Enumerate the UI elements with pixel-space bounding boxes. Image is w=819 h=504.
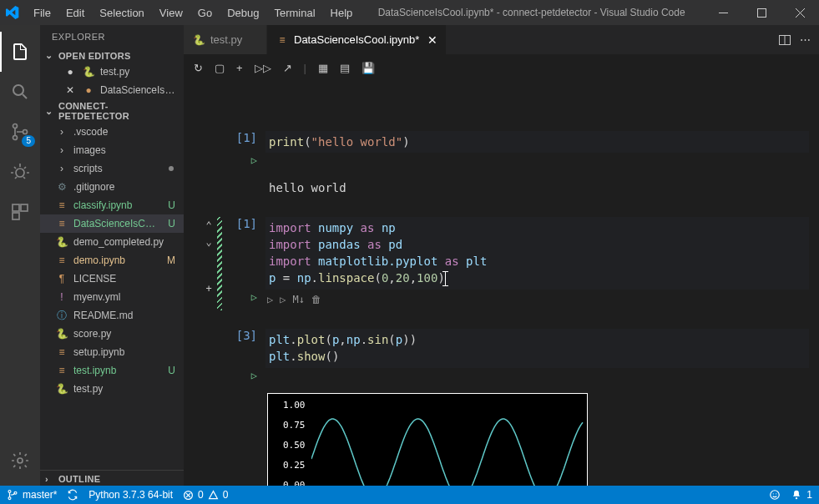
run-cell-icon[interactable]: ▷: [251, 291, 257, 303]
window-title: DataScienceIsCool.ipynb* - connect-petde…: [359, 7, 704, 18]
tab-test-py[interactable]: 🐍 test.py: [184, 25, 267, 54]
code-block[interactable]: print("hello world"): [265, 131, 809, 153]
folder-item[interactable]: ›.vscode: [40, 123, 184, 141]
editor-body[interactable]: [1]print("hello world")▷hello world⌃⌄+[1…: [184, 81, 819, 486]
menu-edit[interactable]: Edit: [59, 3, 91, 23]
file-item[interactable]: ≡test.ipynbU: [40, 361, 184, 380]
file-item[interactable]: ≡classify.ipynbU: [40, 196, 184, 214]
split-editor-icon[interactable]: [778, 33, 791, 47]
menu-help[interactable]: Help: [324, 3, 360, 23]
table-icon[interactable]: ▤: [340, 62, 350, 74]
interrupt-icon[interactable]: ▢: [215, 62, 225, 74]
workspace-label: CONNECT-PETDETECTOR: [58, 101, 179, 121]
status-branch[interactable]: master*: [7, 489, 57, 501]
run-cell-icon[interactable]: ▷: [251, 154, 257, 166]
status-feedback[interactable]: [769, 489, 781, 501]
file-name: demo_completed.py: [73, 236, 179, 248]
svg-rect-0: [719, 13, 728, 13]
file-item[interactable]: 🐍score.py: [40, 325, 184, 343]
tab-close-icon[interactable]: ✕: [427, 33, 437, 47]
file-item[interactable]: 🐍demo_completed.py: [40, 233, 184, 251]
status-sync[interactable]: [67, 489, 78, 501]
cell-gutter: ⌃⌄+: [194, 217, 224, 311]
editor-group: 🐍 test.py ≡ DataScienceIsCool.ipynb* ✕ ⋯…: [184, 25, 819, 486]
status-bar: master* Python 3.7.3 64-bit 0 0 1: [0, 486, 819, 504]
file-name: DataScienceIsCo…: [73, 218, 159, 229]
chevron-down-icon: ⌄: [45, 50, 55, 61]
notebook-cell[interactable]: [1]print("hello world")▷hello world: [194, 131, 819, 199]
file-item[interactable]: ≡setup.ipynb: [40, 343, 184, 361]
file-item[interactable]: !myenv.yml: [40, 288, 184, 306]
tab-label: test.py: [210, 33, 242, 46]
close-icon[interactable]: ✕: [63, 84, 77, 96]
section-workspace[interactable]: ⌄ CONNECT-PETDETECTOR: [40, 99, 184, 123]
add-cell-icon[interactable]: +: [236, 62, 243, 74]
status-problems[interactable]: 0 0: [183, 489, 228, 501]
svg-point-13: [8, 497, 11, 500]
cell-action-button[interactable]: ▷: [280, 293, 286, 307]
close-button[interactable]: [781, 0, 819, 25]
svg-point-12: [8, 490, 11, 492]
tab-notebook[interactable]: ≡ DataScienceIsCool.ipynb* ✕: [267, 25, 447, 54]
cell-action-button[interactable]: ▷: [267, 293, 273, 307]
run-all-icon[interactable]: ▷▷: [255, 62, 271, 74]
file-type-icon: ⚙: [55, 181, 68, 193]
y-tick-label: 0.00: [283, 479, 306, 486]
notebook-cell[interactable]: ⌃⌄+[1]import numpy as npimport pandas as…: [194, 217, 819, 311]
open-editors-label: OPEN EDITORS: [58, 51, 131, 61]
activity-debug[interactable]: [0, 152, 40, 192]
activity-explorer[interactable]: [0, 32, 40, 72]
folder-item[interactable]: ›scripts: [40, 159, 184, 178]
cell-actions: ▷▷M↓🗑: [265, 290, 819, 310]
diff-marker: [217, 217, 222, 311]
menu-selection[interactable]: Selection: [93, 3, 150, 23]
sidebar: EXPLORER ⌄ OPEN EDITORS ● 🐍 test.py ✕ ● …: [40, 25, 184, 486]
svg-point-18: [776, 493, 776, 494]
file-type-icon: ≡: [55, 218, 68, 229]
vscode-icon: [5, 5, 20, 20]
file-item[interactable]: ≡DataScienceIsCo…U: [40, 214, 184, 233]
notebook-cell[interactable]: [3]plt.plot(p,np.sin(p))plt.show()▷1.000…: [194, 329, 819, 486]
open-editor-item[interactable]: ✕ ● DataScienceIsCoo…: [40, 81, 184, 99]
run-cell-icon[interactable]: ▷: [251, 370, 257, 381]
menu-go[interactable]: Go: [191, 3, 219, 23]
code-block[interactable]: import numpy as npimport pandas as pdimp…: [265, 217, 809, 290]
outline-label: OUTLINE: [58, 474, 100, 484]
restart-kernel-icon[interactable]: ↻: [194, 62, 203, 74]
arrow-icon[interactable]: ↗: [283, 62, 292, 74]
activity-settings[interactable]: [0, 441, 40, 481]
menu-view[interactable]: View: [153, 3, 190, 23]
activity-scm[interactable]: 5: [0, 112, 40, 152]
grid-icon[interactable]: ▦: [318, 62, 328, 74]
code-block[interactable]: plt.plot(p,np.sin(p))plt.show(): [265, 329, 809, 368]
more-icon[interactable]: ⋯: [800, 33, 811, 46]
menu-file[interactable]: File: [27, 3, 58, 23]
save-icon[interactable]: 💾: [361, 62, 375, 74]
menu-debug[interactable]: Debug: [220, 3, 265, 23]
file-item[interactable]: 🐍test.py: [40, 380, 184, 398]
section-open-editors[interactable]: ⌄ OPEN EDITORS: [40, 48, 184, 63]
activity-extensions[interactable]: [0, 192, 40, 232]
chevron-right-icon: ›: [55, 144, 68, 156]
file-item[interactable]: ¶LICENSE: [40, 270, 184, 288]
activity-search[interactable]: [0, 72, 40, 112]
maximize-button[interactable]: [742, 0, 781, 25]
open-editor-item[interactable]: ● 🐍 test.py: [40, 63, 184, 81]
status-python[interactable]: Python 3.7.3 64-bit: [88, 489, 173, 501]
menu-terminal[interactable]: Terminal: [267, 3, 321, 23]
status-notifications[interactable]: 1: [791, 489, 812, 501]
file-type-icon: 🐍: [55, 383, 68, 395]
cell-gutter: [194, 131, 224, 199]
file-type-icon: ≡: [55, 199, 68, 211]
minimize-button[interactable]: [704, 0, 742, 25]
section-outline[interactable]: › OUTLINE: [40, 470, 184, 486]
file-item[interactable]: ⚙.gitignore: [40, 178, 184, 196]
git-status-badge: U: [164, 199, 175, 211]
folder-item[interactable]: ›images: [40, 141, 184, 159]
cell-action-button[interactable]: 🗑: [311, 293, 321, 307]
file-item[interactable]: ⓘREADME.md: [40, 306, 184, 325]
git-status-badge: M: [164, 255, 175, 266]
cell-action-button[interactable]: M↓: [292, 293, 304, 307]
file-type-icon: ≡: [55, 255, 68, 266]
file-item[interactable]: ≡demo.ipynbM: [40, 251, 184, 270]
